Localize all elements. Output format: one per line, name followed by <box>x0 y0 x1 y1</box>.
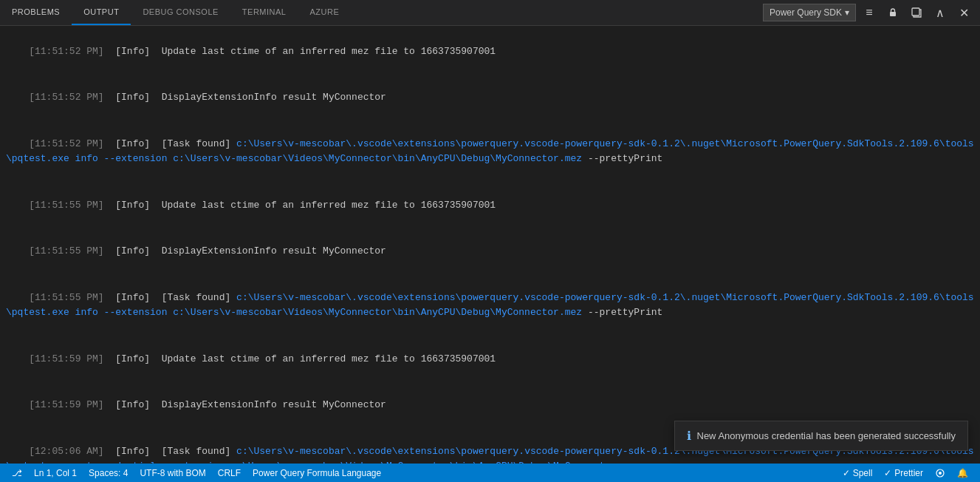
status-notifications[interactable]: 🔔 <box>951 468 974 478</box>
status-remote[interactable] <box>929 468 951 478</box>
spaces-label: Spaces: 4 <box>89 468 128 478</box>
status-spaces[interactable]: Spaces: 4 <box>83 464 134 482</box>
status-bar-right: ✓ Spell ✓ Prettier 🔔 <box>837 468 974 478</box>
output-content: [11:51:52 PM] [Info] Update last ctime o… <box>0 26 980 464</box>
log-line: [11:51:55 PM] [Info] [Task found] c:\Use… <box>6 275 974 336</box>
prettier-icon: ✓ <box>884 468 891 478</box>
status-position[interactable]: Ln 1, Col 1 <box>28 464 83 482</box>
remote-icon <box>935 468 945 478</box>
status-bar: ⎇ Ln 1, Col 1 Spaces: 4 UTF-8 with BOM C… <box>0 464 980 482</box>
status-encoding[interactable]: UTF-8 with BOM <box>134 464 211 482</box>
git-branch-icon: ⎇ <box>12 468 22 478</box>
tab-debug-console[interactable]: DEBUG CONSOLE <box>131 0 230 25</box>
tab-azure[interactable]: AZURE <box>298 0 351 25</box>
status-language[interactable]: Power Query Formula Language <box>247 464 387 482</box>
notification-text: New Anonymous credential has been genera… <box>697 430 956 441</box>
open-in-editor-button[interactable] <box>906 2 927 23</box>
tab-bar-actions: Power Query SDK ▾ ≡ ∧ ✕ <box>763 2 980 23</box>
tab-output[interactable]: OUTPUT <box>72 0 131 25</box>
tab-terminal[interactable]: TERMINAL <box>230 0 298 25</box>
status-line-ending[interactable]: CRLF <box>212 464 247 482</box>
prettier-label: Prettier <box>894 468 923 478</box>
lock-output-button[interactable] <box>883 2 903 23</box>
spell-label: Spell <box>853 468 873 478</box>
cursor-position: Ln 1, Col 1 <box>34 468 77 478</box>
log-line: [11:51:59 PM] [Info] Update last ctime o… <box>6 336 974 382</box>
log-line: [11:51:55 PM] [Info] DisplayExtensionInf… <box>6 228 974 274</box>
svg-rect-1 <box>912 8 919 16</box>
tab-problems[interactable]: PROBLEMS <box>0 0 72 25</box>
output-source-label: Power Query SDK <box>770 7 842 18</box>
language-label: Power Query Formula Language <box>253 468 381 478</box>
log-line: [11:51:52 PM] [Info] [Task found] c:\Use… <box>6 121 974 183</box>
log-line: [11:51:52 PM] [Info] Update last ctime o… <box>6 29 974 75</box>
encoding-label: UTF-8 with BOM <box>140 468 205 478</box>
panel-tab-bar: PROBLEMS OUTPUT DEBUG CONSOLE TERMINAL A… <box>0 0 980 26</box>
status-prettier[interactable]: ✓ Prettier <box>878 468 929 478</box>
log-line: [11:51:52 PM] [Info] DisplayExtensionInf… <box>6 75 974 120</box>
svg-rect-0 <box>890 12 896 16</box>
spell-check-icon: ✓ <box>843 468 850 478</box>
clear-output-button[interactable]: ≡ <box>859 2 880 23</box>
log-line: [11:51:55 PM] [Info] Update last ctime o… <box>6 183 974 228</box>
output-source-dropdown[interactable]: Power Query SDK ▾ <box>763 4 856 21</box>
notification-banner: ℹ New Anonymous credential has been gene… <box>674 421 969 451</box>
svg-point-2 <box>939 472 942 475</box>
bell-icon: 🔔 <box>957 468 968 478</box>
collapse-panel-button[interactable]: ∧ <box>930 2 950 23</box>
info-icon: ℹ <box>687 429 691 443</box>
status-spell[interactable]: ✓ Spell <box>837 468 879 478</box>
line-ending-label: CRLF <box>218 468 241 478</box>
close-panel-button[interactable]: ✕ <box>953 2 974 23</box>
chevron-down-icon: ▾ <box>845 7 849 18</box>
status-branch[interactable]: ⎇ <box>6 464 28 482</box>
